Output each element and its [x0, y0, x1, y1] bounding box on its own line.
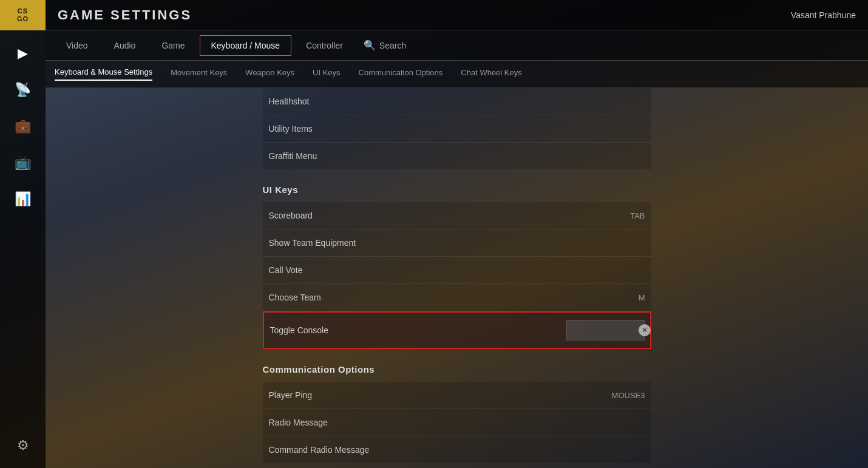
- search-icon: 🔍: [364, 39, 376, 51]
- sub-tab-movement-keys[interactable]: Movement Keys: [171, 68, 227, 80]
- sub-tab-chat-wheel-keys[interactable]: Chat Wheel Keys: [461, 68, 521, 80]
- inventory-icon: 💼: [15, 118, 31, 134]
- sub-tab-keyboard-mouse-settings[interactable]: Keyboard & Mouse Settings: [55, 67, 152, 81]
- communication-options-title: Communication Options: [263, 349, 651, 382]
- healthshot-label: Healthshot: [263, 97, 310, 106]
- page-title: GAME SETTINGS: [58, 7, 791, 23]
- choose-team-value: M: [578, 293, 651, 302]
- setting-row-graffiti-menu[interactable]: Graffiti Menu: [263, 143, 651, 169]
- broadcast-icon: 📡: [15, 82, 31, 98]
- ui-keys-section: UI Keys Scoreboard TAB Show Team Equipme…: [263, 169, 651, 349]
- tab-controller[interactable]: Controller: [294, 35, 354, 56]
- scoreboard-label: Scoreboard: [263, 211, 313, 220]
- tab-game[interactable]: Game: [150, 35, 196, 56]
- settings-icon: ⚙: [17, 438, 29, 453]
- sub-tab-weapon-keys[interactable]: Weapon Keys: [245, 68, 294, 80]
- utility-items-label: Utility Items: [263, 124, 313, 134]
- setting-row-call-vote[interactable]: Call Vote: [263, 257, 651, 284]
- setting-row-show-team-equipment[interactable]: Show Team Equipment: [263, 229, 651, 257]
- sidebar-item-inventory[interactable]: 💼: [5, 109, 41, 143]
- tab-audio[interactable]: Audio: [103, 35, 147, 56]
- logo-text: CSGO: [17, 7, 29, 22]
- command-radio-message-label: Command Radio Message: [263, 445, 370, 455]
- setting-row-command-radio-message[interactable]: Command Radio Message: [263, 436, 651, 463]
- sidebar-item-stats[interactable]: 📊: [5, 182, 41, 215]
- stats-icon: 📊: [15, 191, 31, 207]
- nav-tabs: Video Audio Game Keyboard / Mouse Contro…: [46, 30, 868, 61]
- player-ping-value: MOUSE3: [578, 391, 651, 400]
- sidebar-item-broadcast[interactable]: 📡: [5, 73, 41, 106]
- sidebar: ▶ 📡 💼 📺 📊 ⚙: [0, 30, 46, 468]
- play-icon: ▶: [18, 46, 28, 61]
- communication-options-section: Communication Options Player Ping MOUSE3…: [263, 349, 651, 463]
- setting-row-utility-items[interactable]: Utility Items: [263, 115, 651, 143]
- settings-inner: Healthshot Utility Items Graffiti Menu U…: [245, 88, 670, 463]
- tab-keyboard-mouse[interactable]: Keyboard / Mouse: [200, 35, 292, 56]
- main-content: Video Audio Game Keyboard / Mouse Contro…: [46, 30, 868, 468]
- sidebar-item-play[interactable]: ▶: [5, 36, 41, 70]
- toggle-console-input[interactable]: ✕: [566, 320, 645, 341]
- search-area[interactable]: 🔍 Search: [364, 39, 406, 51]
- sub-tab-communication-options[interactable]: Communication Options: [359, 68, 443, 80]
- ui-keys-title: UI Keys: [263, 169, 651, 202]
- show-team-equipment-label: Show Team Equipment: [263, 238, 356, 248]
- header-username: Vasant Prabhune: [791, 10, 856, 20]
- radio-message-label: Radio Message: [263, 418, 328, 427]
- watch-icon: 📺: [15, 155, 31, 171]
- sidebar-item-watch[interactable]: 📺: [5, 146, 41, 179]
- weapon-keys-section: Healthshot Utility Items Graffiti Menu: [263, 88, 651, 169]
- search-label: Search: [379, 41, 406, 50]
- scoreboard-value: TAB: [578, 211, 651, 220]
- key-clear-button[interactable]: ✕: [639, 324, 651, 336]
- header: CSGO GAME SETTINGS Vasant Prabhune: [0, 0, 868, 30]
- setting-row-radio-message[interactable]: Radio Message: [263, 409, 651, 436]
- settings-content: Healthshot Utility Items Graffiti Menu U…: [46, 88, 868, 468]
- toggle-console-label: Toggle Console: [264, 325, 329, 335]
- setting-row-scoreboard[interactable]: Scoreboard TAB: [263, 202, 651, 229]
- logo[interactable]: CSGO: [0, 0, 46, 30]
- choose-team-label: Choose Team: [263, 293, 321, 302]
- call-vote-label: Call Vote: [263, 265, 303, 275]
- setting-row-player-ping[interactable]: Player Ping MOUSE3: [263, 382, 651, 409]
- sub-tabs: Keyboard & Mouse Settings Movement Keys …: [46, 61, 868, 88]
- setting-row-healthshot[interactable]: Healthshot: [263, 88, 651, 115]
- sidebar-item-settings[interactable]: ⚙: [5, 429, 41, 462]
- tab-video[interactable]: Video: [55, 35, 100, 56]
- player-ping-label: Player Ping: [263, 390, 313, 400]
- graffiti-menu-label: Graffiti Menu: [263, 151, 317, 161]
- sub-tab-ui-keys[interactable]: UI Keys: [313, 68, 341, 80]
- setting-row-toggle-console[interactable]: Toggle Console ✕: [263, 311, 651, 349]
- setting-row-choose-team[interactable]: Choose Team M: [263, 284, 651, 311]
